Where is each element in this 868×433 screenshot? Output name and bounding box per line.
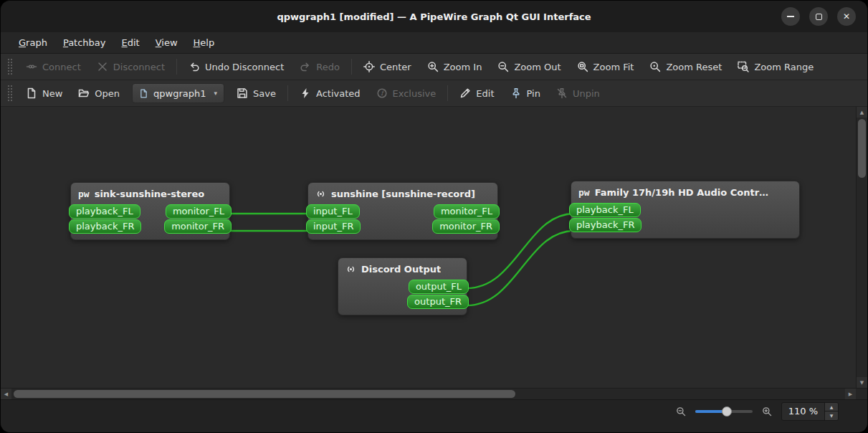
toolbar-file: New Open qpwgraph1 ▾ Save Activated f Ex… [1, 80, 867, 107]
toolbar-grip[interactable] [7, 85, 13, 102]
exclusive-button: f Exclusive [368, 82, 444, 104]
port-input[interactable]: playback_FL [569, 203, 641, 217]
patchbay-select-value: qpwgraph1 [153, 88, 206, 99]
port-output[interactable]: monitor_FR [164, 219, 232, 234]
zoom-slider-handle[interactable] [722, 406, 732, 417]
port-output[interactable]: monitor_FL [434, 204, 500, 219]
port-row: input_FR monitor_FR [308, 219, 497, 234]
pin-label: Pin [527, 88, 540, 99]
port-output[interactable]: output_FR [407, 295, 469, 309]
pin-button[interactable]: Pin [502, 82, 548, 104]
toolbar-separator [176, 59, 177, 75]
minimize-icon [787, 16, 794, 17]
edit-button[interactable]: Edit [452, 82, 502, 104]
zoom-out-small-icon[interactable] [676, 406, 686, 417]
minimize-button[interactable] [781, 7, 800, 26]
port-input[interactable]: input_FL [306, 204, 360, 219]
vertical-scrollbar[interactable]: ▲ ▼ [856, 107, 867, 388]
new-button[interactable]: New [18, 82, 70, 104]
disconnect-label: Disconnect [113, 62, 165, 72]
maximize-button[interactable] [809, 7, 828, 26]
zoom-reset-button[interactable]: Zoom Reset [642, 56, 730, 77]
close-icon: ✕ [843, 11, 850, 22]
node-header[interactable]: sunshine [sunshine-record] [308, 186, 497, 204]
node-title: sink-sunshine-stereo [95, 189, 205, 199]
toolbar-grip[interactable] [7, 58, 13, 75]
pin-icon [510, 87, 522, 99]
horizontal-scrollbar[interactable]: ◀ ▶ [1, 388, 867, 399]
horizontal-scroll-handle[interactable] [14, 390, 515, 398]
zoom-in-button[interactable]: Zoom In [419, 56, 490, 77]
menu-graph[interactable]: Graph [11, 34, 55, 51]
toolbar-separator [447, 85, 448, 101]
exclusive-label: Exclusive [393, 88, 437, 99]
save-button[interactable]: Save [229, 82, 284, 104]
scroll-left-icon[interactable]: ◀ [1, 389, 11, 399]
graph-node-family-audio[interactable]: pw Family 17h/19h HD Audio Contr… playba… [571, 181, 800, 239]
port-row: playback_FR [571, 218, 799, 232]
window-title: qpwgraph1 [modified] — A PipeWire Graph … [277, 11, 591, 22]
menu-edit[interactable]: Edit [114, 34, 148, 51]
disconnect-button: Disconnect [89, 56, 173, 77]
port-row: playback_FL [571, 203, 799, 217]
graph-canvas[interactable]: pw sink-sunshine-stereo playback_FL moni… [1, 107, 856, 388]
port-output[interactable]: monitor_FL [166, 204, 232, 219]
graph-node-sink-sunshine-stereo[interactable]: pw sink-sunshine-stereo playback_FL moni… [70, 182, 230, 240]
port-input[interactable]: playback_FR [69, 219, 141, 234]
titlebar[interactable]: qpwgraph1 [modified] — A PipeWire Graph … [1, 1, 867, 32]
new-label: New [42, 88, 62, 99]
stream-icon [345, 264, 356, 275]
node-header[interactable]: pw Family 17h/19h HD Audio Contr… [571, 185, 799, 202]
port-output[interactable]: output_FL [409, 280, 469, 294]
toolbar-separator [351, 59, 352, 75]
zoom-out-button[interactable]: Zoom Out [490, 56, 568, 77]
save-icon [237, 87, 248, 99]
vertical-scroll-handle[interactable] [858, 119, 866, 178]
scroll-down-icon[interactable]: ▼ [857, 377, 867, 388]
open-button[interactable]: Open [70, 82, 128, 104]
zoom-range-button[interactable]: Zoom Range [730, 56, 821, 77]
zoom-spinbox[interactable]: 110 % ▲ ▼ [781, 402, 839, 421]
zoom-slider[interactable] [695, 406, 753, 417]
activated-label: Activated [316, 88, 361, 99]
node-title: Discord Output [361, 264, 441, 275]
scroll-up-icon[interactable]: ▲ [857, 107, 867, 118]
svg-text:f: f [381, 90, 385, 97]
statusbar: 110 % ▲ ▼ [1, 399, 867, 432]
zoom-fit-button[interactable]: Zoom Fit [569, 56, 642, 77]
menu-patchbay[interactable]: Patchbay [55, 34, 114, 51]
node-header[interactable]: pw sink-sunshine-stereo [71, 186, 229, 204]
port-output[interactable]: monitor_FR [432, 219, 500, 234]
vertical-scroll-track[interactable] [857, 118, 867, 377]
spin-up-icon[interactable]: ▲ [825, 403, 838, 411]
scroll-right-icon[interactable]: ▶ [845, 389, 856, 399]
port-input[interactable]: playback_FL [69, 204, 140, 219]
node-header[interactable]: Discord Output [338, 262, 467, 279]
zoom-in-small-icon[interactable] [762, 406, 772, 417]
activated-button[interactable]: Activated [292, 82, 368, 104]
zoom-value: 110 % [782, 403, 824, 420]
port-input[interactable]: input_FR [306, 219, 361, 234]
menu-help[interactable]: Help [186, 34, 223, 51]
graph-node-sunshine[interactable]: sunshine [sunshine-record] input_FL moni… [307, 182, 498, 240]
unpin-button: Unpin [548, 82, 608, 104]
redo-icon [300, 61, 311, 72]
center-button[interactable]: Center [356, 56, 419, 77]
canvas-wrap: pw sink-sunshine-stereo playback_FL moni… [1, 107, 867, 388]
connection-wire[interactable] [467, 231, 574, 305]
zoom-in-icon [427, 61, 439, 72]
port-input[interactable]: playback_FR [569, 218, 642, 232]
graph-node-discord-output[interactable]: Discord Output output_FL output_FR [338, 257, 467, 315]
patchbay-select[interactable]: qpwgraph1 ▾ [132, 83, 224, 103]
toolbar-main: Connect Disconnect Undo Disconnect Redo … [1, 54, 867, 80]
zoom-range-label: Zoom Range [754, 62, 814, 72]
close-button[interactable]: ✕ [837, 7, 856, 26]
menu-view[interactable]: View [148, 34, 186, 51]
node-title: sunshine [sunshine-record] [331, 189, 475, 199]
zoom-out-icon [497, 61, 509, 72]
undo-disconnect-button[interactable]: Undo Disconnect [181, 56, 292, 77]
dropdown-caret-icon: ▾ [214, 90, 218, 97]
spin-down-icon[interactable]: ▼ [825, 411, 838, 420]
edit-label: Edit [476, 88, 494, 99]
horizontal-scroll-track[interactable] [11, 389, 845, 399]
